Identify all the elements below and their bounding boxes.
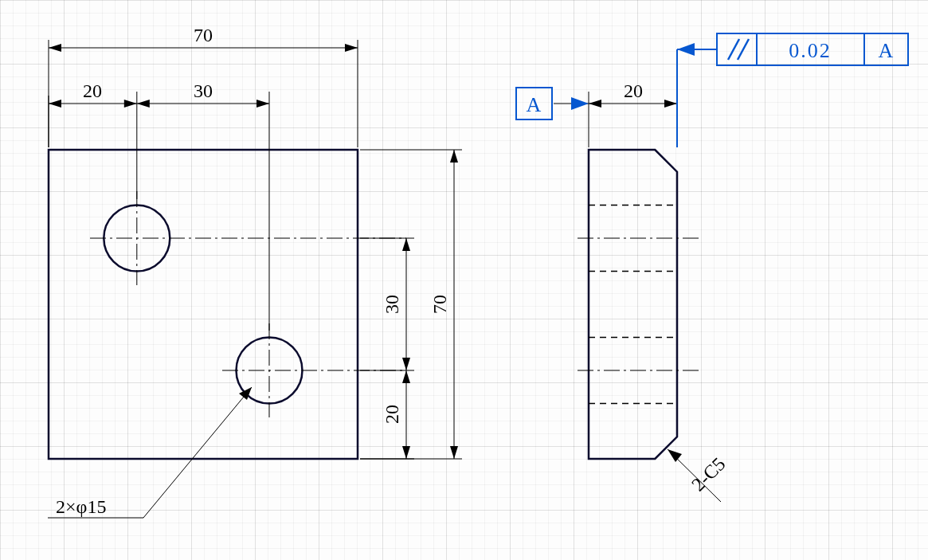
fcf-datum: A	[879, 39, 894, 62]
front-view-outline	[49, 150, 358, 459]
side-view-outline	[589, 150, 677, 459]
dim-30-hspacing: 30	[194, 80, 213, 101]
datum-label: A	[527, 93, 542, 116]
dim-30-vspacing: 30	[382, 295, 402, 314]
dim-20-bottom: 20	[382, 405, 402, 424]
svg-line-18	[143, 387, 252, 518]
chamfer-callout: 2-C5	[687, 453, 729, 495]
dim-20-left: 20	[83, 80, 102, 101]
dim-70-width: 70	[194, 25, 213, 45]
parallelism-icon	[728, 39, 749, 60]
svg-line-36	[728, 39, 739, 60]
dim-20-thickness: 20	[624, 80, 643, 101]
svg-line-37	[738, 39, 749, 60]
hole-callout: 2×φ15	[56, 496, 106, 517]
technical-drawing: 70 20 30 70 30 20 2×φ15 20 2-C5 A	[0, 0, 928, 560]
dim-70-height: 70	[429, 295, 450, 314]
fcf-tolerance: 0.02	[789, 39, 832, 62]
